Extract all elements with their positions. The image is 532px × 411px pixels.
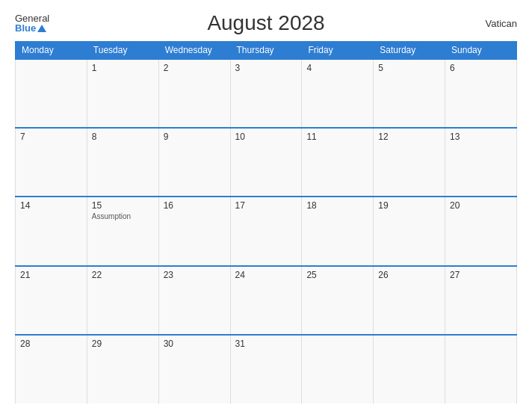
day-number: 25 xyxy=(306,270,368,280)
calendar-day-cell: 16 xyxy=(158,197,230,265)
calendar-day-cell: 18 xyxy=(302,197,374,265)
holiday-label: Assumption xyxy=(92,212,154,220)
day-number: 13 xyxy=(450,132,512,142)
day-number: 21 xyxy=(20,270,82,280)
day-number: 9 xyxy=(164,132,226,142)
day-number: 26 xyxy=(378,270,440,280)
calendar-day-cell: 2 xyxy=(158,59,230,128)
weekday-header: Thursday xyxy=(230,42,302,60)
day-number: 30 xyxy=(164,339,226,349)
day-number: 8 xyxy=(92,132,154,142)
calendar-day-cell: 4 xyxy=(302,59,374,128)
calendar-day-cell xyxy=(302,335,374,404)
day-number: 11 xyxy=(306,132,368,142)
calendar-day-cell: 11 xyxy=(302,128,374,197)
calendar-day-cell: 27 xyxy=(445,266,517,335)
calendar-day-cell: 21 xyxy=(16,266,87,335)
calendar-day-cell: 29 xyxy=(87,335,158,404)
day-number: 18 xyxy=(306,200,368,211)
day-number: 27 xyxy=(450,270,512,280)
weekday-header: Monday xyxy=(16,42,87,60)
day-number: 7 xyxy=(20,132,82,142)
calendar-day-cell: 25 xyxy=(302,266,374,335)
day-number: 1 xyxy=(92,63,154,73)
calendar-day-cell xyxy=(374,335,445,404)
calendar-day-cell: 28 xyxy=(16,335,87,404)
weekday-header: Wednesday xyxy=(158,42,230,60)
calendar-day-cell: 20 xyxy=(445,197,517,265)
calendar-day-cell: 3 xyxy=(230,59,302,128)
day-number: 22 xyxy=(92,270,154,280)
calendar-week-row: 21222324252627 xyxy=(16,266,517,335)
calendar-day-cell xyxy=(16,59,87,128)
day-number: 28 xyxy=(20,339,82,349)
day-number: 4 xyxy=(306,63,368,73)
calendar-day-cell: 23 xyxy=(158,266,230,335)
calendar-day-cell: 30 xyxy=(158,335,230,404)
calendar-week-row: 28293031 xyxy=(16,335,517,404)
calendar-day-cell: 8 xyxy=(87,128,158,197)
day-number: 6 xyxy=(450,63,512,73)
day-number: 20 xyxy=(450,200,512,211)
weekday-header: Sunday xyxy=(445,42,517,60)
logo: General Blue xyxy=(15,13,49,33)
day-number: 23 xyxy=(164,270,226,280)
calendar-day-cell: 19 xyxy=(374,197,445,265)
day-number: 3 xyxy=(235,63,297,73)
calendar-week-row: 78910111213 xyxy=(16,128,517,197)
calendar-title: August 2028 xyxy=(207,11,324,35)
calendar-day-cell: 14 xyxy=(16,197,87,265)
weekday-header: Tuesday xyxy=(87,42,158,60)
day-number: 5 xyxy=(378,63,440,73)
day-number: 31 xyxy=(235,339,297,349)
day-number: 16 xyxy=(164,200,226,211)
day-number: 2 xyxy=(164,63,226,73)
day-number: 17 xyxy=(235,200,297,211)
calendar-day-cell: 13 xyxy=(445,128,517,197)
calendar-body: 123456789101112131415Assumption161718192… xyxy=(16,59,517,404)
calendar-week-row: 123456 xyxy=(16,59,517,128)
day-number: 29 xyxy=(92,339,154,349)
country-label: Vatican xyxy=(486,18,517,29)
calendar-day-cell: 7 xyxy=(16,128,87,197)
calendar-table: MondayTuesdayWednesdayThursdayFridaySatu… xyxy=(15,41,517,404)
calendar-day-cell: 12 xyxy=(374,128,445,197)
weekday-row: MondayTuesdayWednesdayThursdayFridaySatu… xyxy=(16,42,517,60)
calendar-day-cell: 9 xyxy=(158,128,230,197)
calendar-day-cell: 26 xyxy=(374,266,445,335)
calendar-day-cell: 10 xyxy=(230,128,302,197)
calendar-day-cell: 31 xyxy=(230,335,302,404)
calendar-day-cell: 17 xyxy=(230,197,302,265)
logo-triangle-icon xyxy=(37,25,46,32)
calendar-day-cell xyxy=(445,335,517,404)
day-number: 19 xyxy=(378,200,440,211)
day-number: 15 xyxy=(92,200,154,211)
calendar-week-row: 1415Assumption1617181920 xyxy=(16,197,517,265)
calendar-day-cell: 6 xyxy=(445,59,517,128)
calendar-day-cell: 24 xyxy=(230,266,302,335)
calendar-header: General Blue August 2028 Vatican xyxy=(15,11,517,35)
calendar-day-cell: 15Assumption xyxy=(87,197,158,265)
calendar-day-cell: 1 xyxy=(87,59,158,128)
weekday-header: Saturday xyxy=(374,42,445,60)
calendar-day-cell: 5 xyxy=(374,59,445,128)
day-number: 12 xyxy=(378,132,440,142)
weekday-header: Friday xyxy=(302,42,374,60)
day-number: 14 xyxy=(20,200,82,211)
day-number: 10 xyxy=(235,132,297,142)
day-number: 24 xyxy=(235,270,297,280)
calendar-day-cell: 22 xyxy=(87,266,158,335)
calendar-header-row: MondayTuesdayWednesdayThursdayFridaySatu… xyxy=(16,42,517,60)
logo-blue-text: Blue xyxy=(15,23,36,33)
